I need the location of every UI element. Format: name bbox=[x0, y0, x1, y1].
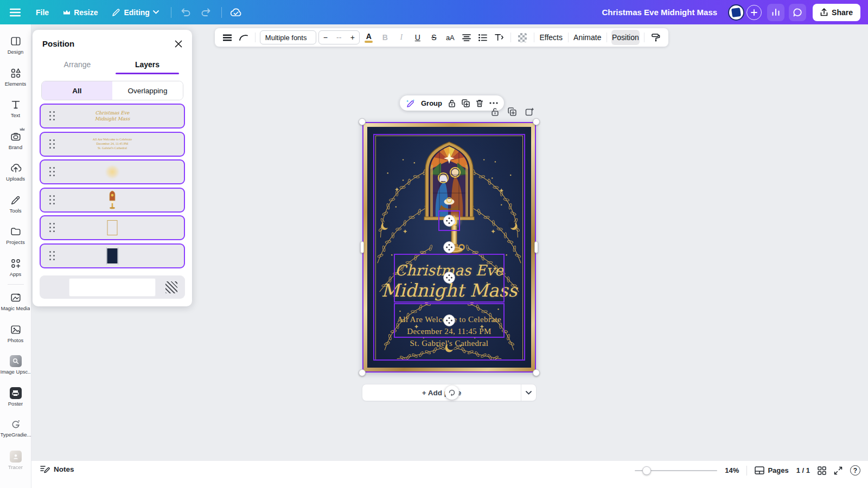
sidebar-item-uploads[interactable]: Uploads bbox=[0, 156, 31, 188]
font-size-increase[interactable]: + bbox=[350, 33, 355, 42]
document-title[interactable]: Christmas Eve Midnight Mass bbox=[602, 8, 718, 17]
element-handle[interactable] bbox=[443, 215, 455, 227]
photos-icon bbox=[10, 324, 22, 336]
redo-button[interactable] bbox=[201, 8, 212, 17]
more-options-button[interactable] bbox=[489, 102, 498, 104]
add-member-button[interactable] bbox=[746, 5, 762, 20]
grid-view-button[interactable] bbox=[818, 466, 826, 475]
layer-row-title-text[interactable]: Christmas EveMidnight Mass bbox=[40, 104, 185, 129]
layer-row-page-background[interactable] bbox=[40, 275, 185, 299]
delete-button[interactable] bbox=[476, 99, 483, 107]
sidebar-item-projects[interactable]: Projects bbox=[0, 220, 31, 252]
resize-handle-ne[interactable] bbox=[533, 118, 540, 125]
resize-handle-e[interactable] bbox=[534, 241, 538, 253]
element-handle[interactable] bbox=[443, 241, 455, 253]
resize-handle-w[interactable] bbox=[360, 241, 364, 253]
magic-edit-button[interactable] bbox=[406, 99, 415, 108]
alignment-button[interactable] bbox=[459, 30, 474, 45]
file-menu[interactable]: File bbox=[36, 8, 49, 17]
add-page-dropdown[interactable] bbox=[521, 384, 536, 401]
avatar[interactable] bbox=[728, 4, 744, 21]
undo-button[interactable] bbox=[180, 8, 191, 17]
share-button[interactable]: Share bbox=[813, 4, 860, 21]
drag-handle-icon[interactable] bbox=[49, 251, 55, 261]
text-color-button[interactable]: A bbox=[362, 30, 376, 45]
font-size-value[interactable]: -- bbox=[336, 33, 341, 42]
sidebar-item-tools[interactable]: Tools bbox=[0, 188, 31, 220]
notes-button[interactable]: Notes bbox=[40, 465, 74, 473]
add-page-icon-button[interactable] bbox=[525, 107, 534, 116]
drag-handle-icon[interactable] bbox=[49, 223, 55, 233]
duplicate-button[interactable] bbox=[462, 99, 470, 107]
list-button[interactable] bbox=[476, 30, 490, 45]
zoom-slider[interactable] bbox=[635, 466, 717, 475]
duplicate-page-button[interactable] bbox=[508, 107, 516, 116]
tab-arrange[interactable]: Arrange bbox=[42, 56, 112, 74]
sidebar-item-magic-media[interactable]: Magic Media bbox=[0, 286, 31, 318]
fullscreen-button[interactable] bbox=[834, 466, 843, 475]
toolbar-divider bbox=[607, 33, 607, 42]
tab-layers[interactable]: Layers bbox=[112, 56, 182, 74]
copy-style-button[interactable] bbox=[649, 30, 663, 45]
sidebar-item-apps[interactable]: Apps bbox=[0, 252, 31, 284]
text-case-button[interactable]: aA bbox=[443, 30, 457, 45]
insights-button[interactable] bbox=[767, 4, 784, 21]
close-icon[interactable] bbox=[175, 40, 182, 48]
sidebar-divider bbox=[8, 284, 24, 285]
sidebar-item-text[interactable]: Text bbox=[0, 93, 31, 125]
sidebar-item-tracer[interactable]: Tracer bbox=[0, 445, 31, 477]
group-button[interactable]: Group bbox=[421, 99, 442, 107]
layer-row-artwork[interactable] bbox=[40, 188, 185, 213]
layer-row-info-text[interactable]: All Are Welcome to CelebrateDecember 24,… bbox=[40, 132, 185, 157]
zoom-level[interactable]: 14% bbox=[725, 466, 739, 474]
lock-button[interactable] bbox=[448, 99, 456, 107]
sidebar-item-design[interactable]: Design bbox=[0, 29, 31, 61]
stained-glass-window[interactable] bbox=[423, 141, 475, 220]
zoom-slider-knob[interactable] bbox=[642, 466, 651, 475]
help-button[interactable]: ? bbox=[850, 465, 860, 476]
editing-mode-dropdown[interactable]: Editing bbox=[112, 8, 158, 17]
sidebar-item-image-upscaler[interactable]: Image Upsc... bbox=[0, 349, 31, 381]
add-page-button[interactable]: + Add page bbox=[362, 384, 521, 401]
undo-icon bbox=[180, 8, 191, 17]
curve-text-button[interactable] bbox=[237, 30, 251, 45]
underline-button[interactable]: U bbox=[411, 30, 425, 45]
filter-overlapping[interactable]: Overlapping bbox=[112, 81, 183, 100]
italic-button[interactable]: I bbox=[394, 30, 409, 45]
poster-page[interactable]: Christmas Eve Midnight Mass All Are Welc… bbox=[362, 122, 536, 373]
bold-button[interactable]: B bbox=[378, 30, 392, 45]
effects-button[interactable]: Effects bbox=[539, 30, 564, 45]
drag-handle-icon[interactable] bbox=[49, 139, 55, 149]
filter-all[interactable]: All bbox=[42, 81, 112, 100]
drag-handle-icon[interactable] bbox=[49, 167, 55, 177]
letter-spacing-button[interactable] bbox=[492, 30, 506, 45]
resize-button[interactable]: Resize bbox=[63, 8, 98, 17]
element-handle[interactable] bbox=[443, 272, 455, 284]
resize-handle-sw[interactable] bbox=[359, 369, 366, 376]
layer-row-frame[interactable] bbox=[40, 215, 185, 240]
sidebar-item-brand[interactable]: Brand bbox=[0, 125, 31, 157]
lock-page-button[interactable] bbox=[491, 107, 499, 116]
font-family-select[interactable]: Multiple fonts bbox=[260, 30, 316, 44]
sidebar-item-photos[interactable]: Photos bbox=[0, 318, 31, 350]
layer-row-glow[interactable] bbox=[40, 159, 185, 184]
hamburger-icon bbox=[10, 8, 21, 17]
sidebar-item-poster[interactable]: Poster bbox=[0, 381, 31, 413]
position-lines-button[interactable] bbox=[220, 30, 234, 45]
font-size-decrease[interactable]: − bbox=[323, 33, 328, 42]
sidebar-item-typegradient[interactable]: TypeGradie... bbox=[0, 413, 31, 445]
animate-button[interactable]: Animate bbox=[573, 30, 602, 45]
resize-handle-se[interactable] bbox=[533, 369, 540, 376]
layer-row-background-shape[interactable] bbox=[40, 243, 185, 268]
position-button[interactable]: Position bbox=[611, 30, 640, 45]
drag-handle-icon[interactable] bbox=[49, 195, 55, 205]
pages-button[interactable]: Pages bbox=[755, 466, 788, 474]
resize-handle-nw[interactable] bbox=[359, 118, 366, 125]
comments-button[interactable] bbox=[789, 4, 806, 21]
element-handle[interactable] bbox=[443, 314, 455, 326]
transparency-button[interactable] bbox=[515, 30, 529, 45]
strikethrough-button[interactable]: S bbox=[427, 30, 441, 45]
sidebar-item-elements[interactable]: Elements bbox=[0, 61, 31, 93]
main-menu-button[interactable] bbox=[10, 8, 21, 17]
drag-handle-icon[interactable] bbox=[49, 111, 55, 121]
